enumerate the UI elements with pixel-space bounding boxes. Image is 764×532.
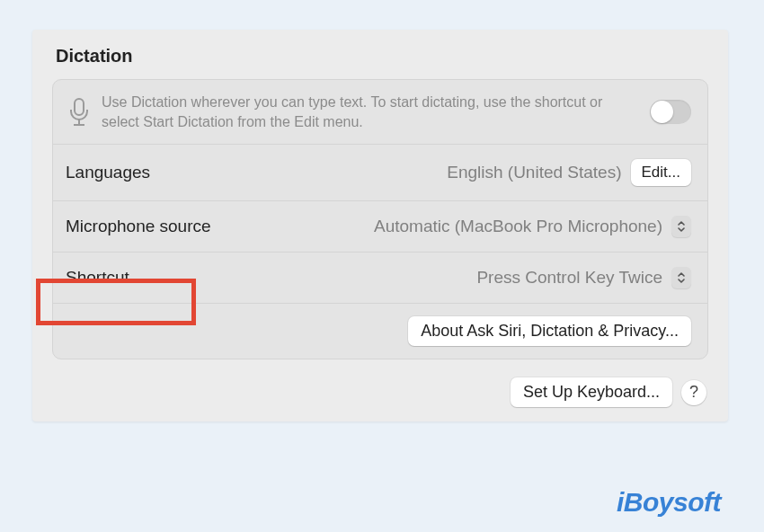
- dictation-toggle[interactable]: [650, 100, 691, 124]
- languages-row: Languages English (United States) Edit..…: [53, 145, 707, 201]
- microphone-icon: [62, 95, 96, 129]
- languages-label: Languages: [66, 163, 150, 182]
- watermark: iBoysoft: [617, 487, 721, 518]
- microphone-value: Automatic (MacBook Pro Microphone): [374, 217, 662, 236]
- dictation-panel: Dictation Use Dictation wherever you can…: [32, 30, 728, 421]
- bottom-actions: Set Up Keyboard... ?: [52, 377, 708, 407]
- microphone-label: Microphone source: [66, 217, 211, 236]
- toggle-knob: [651, 101, 673, 123]
- shortcut-label: Shortcut: [66, 268, 129, 288]
- chevron-updown-icon[interactable]: [671, 216, 691, 237]
- dictation-info-text: Use Dictation wherever you can type text…: [102, 93, 650, 131]
- microphone-row: Microphone source Automatic (MacBook Pro…: [53, 201, 707, 253]
- languages-value-group: English (United States) Edit...: [447, 159, 691, 186]
- shortcut-value: Press Control Key Twice: [476, 268, 662, 288]
- about-privacy-button[interactable]: About Ask Siri, Dictation & Privacy...: [408, 316, 691, 346]
- dictation-info-row: Use Dictation wherever you can type text…: [53, 80, 707, 145]
- shortcut-value-group[interactable]: Press Control Key Twice: [476, 267, 691, 288]
- setup-keyboard-button[interactable]: Set Up Keyboard...: [511, 377, 672, 407]
- settings-group: Use Dictation wherever you can type text…: [52, 79, 708, 359]
- languages-value: English (United States): [447, 163, 621, 182]
- help-button[interactable]: ?: [681, 380, 706, 405]
- chevron-updown-icon[interactable]: [671, 267, 691, 288]
- languages-edit-button[interactable]: Edit...: [631, 159, 691, 186]
- about-row: About Ask Siri, Dictation & Privacy...: [53, 304, 707, 359]
- section-title: Dictation: [56, 46, 708, 66]
- microphone-value-group[interactable]: Automatic (MacBook Pro Microphone): [374, 216, 691, 237]
- svg-rect-0: [75, 99, 84, 115]
- shortcut-row: Shortcut Press Control Key Twice: [53, 253, 707, 304]
